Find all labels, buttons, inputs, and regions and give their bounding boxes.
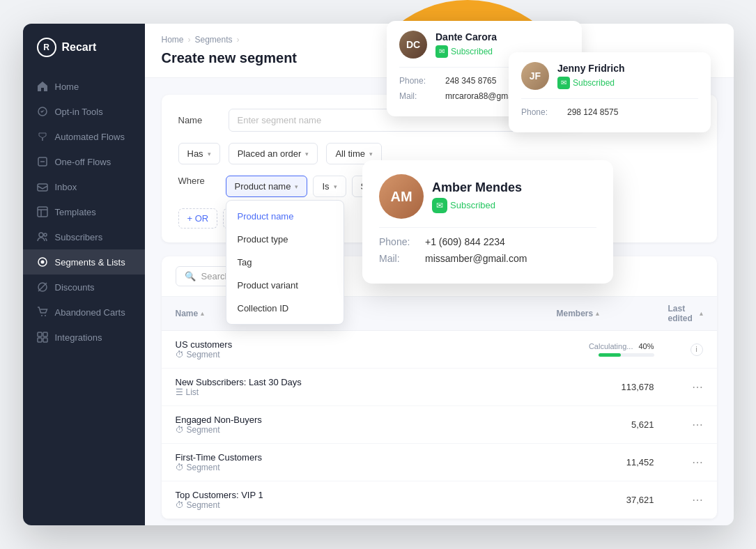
optin-icon xyxy=(37,106,48,117)
logo[interactable]: R Recart xyxy=(23,38,145,74)
where-condition-dropdown[interactable]: Is ▾ xyxy=(313,176,346,197)
breadcrumb-segments[interactable]: Segments xyxy=(195,35,233,45)
sidebar-item-oneoff[interactable]: One-off Flows xyxy=(23,149,145,174)
breadcrumb-home[interactable]: Home xyxy=(162,35,184,45)
sidebar-item-templates-label: Templates xyxy=(55,207,96,217)
svg-point-9 xyxy=(44,233,47,236)
svg-point-11 xyxy=(40,261,44,264)
or-button[interactable]: + OR xyxy=(178,208,218,229)
table-row: US customers ⏱ Segment Calculating... 40… xyxy=(162,331,717,369)
breadcrumb: Home › Segments › xyxy=(162,35,717,45)
svg-point-15 xyxy=(45,315,46,316)
more-button[interactable]: ⋯ xyxy=(668,380,703,394)
has-label: Has xyxy=(187,148,203,159)
event-dropdown[interactable]: Placed an order ▾ xyxy=(229,143,318,164)
where-value-label: Select name xyxy=(361,181,411,192)
where-condition-label: Is xyxy=(322,181,329,192)
col-last-edited[interactable]: Last edited ▴ xyxy=(668,304,703,323)
has-dropdown[interactable]: Has ▾ xyxy=(178,143,220,164)
app-name: Recart xyxy=(62,41,97,54)
logo-icon: R xyxy=(37,38,56,57)
row-name: Top Customers: VIP 1 xyxy=(176,490,417,500)
breadcrumb-sep1: › xyxy=(188,35,191,45)
name-label: Name xyxy=(178,115,220,125)
info-button[interactable]: i xyxy=(691,343,703,356)
sidebar-item-templates[interactable]: Templates xyxy=(23,199,145,224)
row-type: ☰ List xyxy=(176,387,417,397)
content-area: Name Has ▾ Placed an order ▾ All time ▾ xyxy=(145,78,734,525)
has-chevron: ▾ xyxy=(208,150,211,157)
sidebar-item-segments[interactable]: Segments & Lists xyxy=(23,249,145,274)
sidebar-item-abandoned-label: Abandoned Carts xyxy=(55,307,125,318)
inbox-icon xyxy=(37,181,48,192)
segment-icon: ⏱ xyxy=(176,425,184,435)
row-members: Calculating... 40% xyxy=(557,342,668,357)
row-name: Engaged Non-Buyers xyxy=(176,415,417,425)
sidebar: R Recart Home Opt-in Tools Automated Flo… xyxy=(23,24,145,525)
delete-condition-button[interactable]: × xyxy=(433,176,453,195)
row-members: 11,452 xyxy=(557,457,668,467)
menu-item-product-name[interactable]: Product name xyxy=(226,205,344,228)
where-row: Where Product name ▾ Product name Produc… xyxy=(178,176,700,197)
sidebar-item-inbox[interactable]: Inbox xyxy=(23,174,145,199)
sidebar-item-home[interactable]: Home xyxy=(23,74,145,99)
sidebar-item-abandoned[interactable]: Abandoned Carts xyxy=(23,300,145,325)
menu-item-collection-id[interactable]: Collection ID xyxy=(226,297,344,320)
event-chevron: ▾ xyxy=(305,150,309,157)
row-type: ⏱ Segment xyxy=(176,350,417,359)
svg-point-8 xyxy=(39,233,43,237)
more-button[interactable]: ⋯ xyxy=(668,493,703,507)
sidebar-item-integrations[interactable]: Integrations xyxy=(23,325,145,350)
col-members[interactable]: Members ▴ xyxy=(557,304,668,323)
sidebar-item-optin-label: Opt-in Tools xyxy=(55,107,103,117)
svg-point-14 xyxy=(41,315,43,316)
svg-rect-5 xyxy=(38,207,47,217)
row-members: 113,678 xyxy=(557,382,668,392)
menu-item-tag[interactable]: Tag xyxy=(226,251,344,274)
sidebar-item-automated-label: Automated Flows xyxy=(55,132,125,142)
sidebar-item-oneoff-label: One-off Flows xyxy=(55,157,111,167)
row-type: ⏱ Segment xyxy=(176,463,417,472)
menu-item-product-type[interactable]: Product type xyxy=(226,228,344,251)
where-value-dropdown[interactable]: Select name ▾ xyxy=(352,176,428,197)
where-field-chevron: ▾ xyxy=(295,183,298,190)
time-label: All time xyxy=(335,148,365,159)
table-row: First-Time Customers ⏱ Segment 11,452 ⋯ xyxy=(162,444,717,481)
row-type: ⏱ Segment xyxy=(176,425,417,435)
table-row: Top Customers: VIP 1 ⏱ Segment 37,621 ⋯ xyxy=(162,481,717,519)
templates-icon xyxy=(37,206,48,217)
where-label: Where xyxy=(178,176,220,186)
sidebar-item-automated[interactable]: Automated Flows xyxy=(23,124,145,149)
row-type: ⏱ Segment xyxy=(176,500,417,510)
filter-row: Has ▾ Placed an order ▾ All time ▾ xyxy=(178,143,700,164)
row-members: 37,621 xyxy=(557,495,668,505)
sidebar-item-optin[interactable]: Opt-in Tools xyxy=(23,99,145,124)
where-field-label: Product name xyxy=(235,181,291,192)
integrations-icon xyxy=(37,332,48,343)
sidebar-item-discounts[interactable]: Discounts xyxy=(23,274,145,300)
where-field-menu: Product name Product type Tag Product va… xyxy=(226,200,344,325)
segments-icon xyxy=(37,256,48,268)
row-name: US customers xyxy=(176,339,417,350)
delete-icon: × xyxy=(440,179,446,192)
event-label: Placed an order xyxy=(238,148,302,159)
home-icon xyxy=(37,81,48,92)
segment-icon: ⏱ xyxy=(176,350,184,359)
table-row: New Subscribers: Last 30 Days ☰ List 113… xyxy=(162,369,717,406)
segment-form: Name Has ▾ Placed an order ▾ All time ▾ xyxy=(162,95,717,242)
sidebar-nav: Home Opt-in Tools Automated Flows One-of… xyxy=(23,74,145,511)
automated-icon xyxy=(37,131,48,142)
where-field-dropdown[interactable]: Product name ▾ xyxy=(226,176,308,197)
time-dropdown[interactable]: All time ▾ xyxy=(326,143,382,164)
sidebar-item-subscribers[interactable]: Subscribers xyxy=(23,224,145,249)
name-row: Name xyxy=(178,109,700,132)
menu-item-product-variant[interactable]: Product variant xyxy=(226,274,344,297)
more-button[interactable]: ⋯ xyxy=(668,456,703,469)
segment-icon: ⏱ xyxy=(176,500,184,510)
where-value-chevron: ▾ xyxy=(415,183,419,190)
more-button[interactable]: ⋯ xyxy=(668,418,703,431)
where-condition-chevron: ▾ xyxy=(334,183,337,190)
name-input[interactable] xyxy=(229,109,700,132)
time-chevron: ▾ xyxy=(369,150,373,157)
where-field-wrapper: Product name ▾ Product name Product type… xyxy=(226,176,308,197)
